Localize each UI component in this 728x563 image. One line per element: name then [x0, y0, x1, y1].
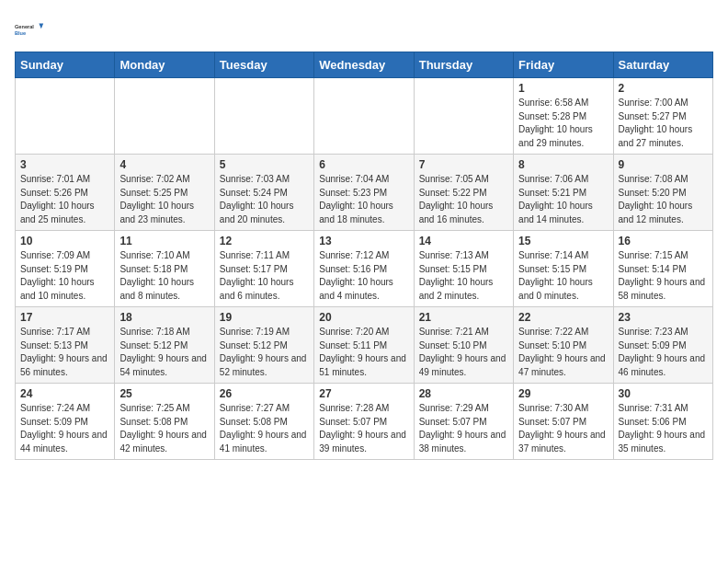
day-info: Sunrise: 7:09 AMSunset: 5:19 PMDaylight:…	[20, 249, 109, 303]
day-info: Sunrise: 7:22 AMSunset: 5:10 PMDaylight:…	[518, 326, 608, 379]
day-cell: 29Sunrise: 7:30 AMSunset: 5:07 PMDayligh…	[514, 384, 613, 460]
day-number: 4	[119, 158, 209, 171]
day-info: Sunrise: 7:13 AMSunset: 5:15 PMDaylight:…	[419, 249, 508, 303]
day-number: 12	[220, 235, 309, 247]
week-row-4: 17Sunrise: 7:17 AMSunset: 5:13 PMDayligh…	[16, 307, 713, 384]
day-number: 13	[319, 235, 408, 247]
day-cell: 28Sunrise: 7:29 AMSunset: 5:07 PMDayligh…	[414, 384, 513, 460]
day-cell: 19Sunrise: 7:19 AMSunset: 5:12 PMDayligh…	[214, 307, 313, 384]
day-cell: 16Sunrise: 7:15 AMSunset: 5:14 PMDayligh…	[613, 231, 712, 307]
day-cell: 5Sunrise: 7:03 AMSunset: 5:24 PMDaylight…	[214, 155, 313, 231]
day-info: Sunrise: 7:20 AMSunset: 5:11 PMDaylight:…	[319, 326, 408, 379]
svg-text:Blue: Blue	[15, 30, 26, 36]
calendar-table: SundayMondayTuesdayWednesdayThursdayFrid…	[15, 52, 713, 460]
day-info: Sunrise: 7:04 AMSunset: 5:23 PMDaylight:…	[319, 173, 408, 226]
day-info: Sunrise: 7:19 AMSunset: 5:12 PMDaylight:…	[220, 326, 309, 379]
day-cell: 18Sunrise: 7:18 AMSunset: 5:12 PMDayligh…	[115, 307, 214, 384]
day-info: Sunrise: 7:15 AMSunset: 5:14 PMDaylight:…	[619, 249, 708, 303]
day-number: 27	[319, 387, 408, 400]
day-cell	[414, 78, 513, 155]
day-cell: 11Sunrise: 7:10 AMSunset: 5:18 PMDayligh…	[115, 231, 214, 307]
day-number: 8	[518, 158, 608, 171]
day-info: Sunrise: 7:06 AMSunset: 5:21 PMDaylight:…	[518, 173, 608, 226]
day-cell: 7Sunrise: 7:05 AMSunset: 5:22 PMDaylight…	[414, 155, 513, 231]
day-info: Sunrise: 7:29 AMSunset: 5:07 PMDaylight:…	[419, 402, 508, 455]
day-number: 28	[419, 387, 508, 400]
week-row-1: 1Sunrise: 6:58 AMSunset: 5:28 PMDaylight…	[16, 78, 713, 155]
day-number: 5	[220, 158, 309, 171]
day-number: 15	[518, 235, 608, 247]
day-info: Sunrise: 7:12 AMSunset: 5:16 PMDaylight:…	[319, 249, 408, 303]
header-cell-wednesday: Wednesday	[314, 52, 414, 78]
day-number: 18	[119, 311, 209, 324]
week-row-3: 10Sunrise: 7:09 AMSunset: 5:19 PMDayligh…	[16, 231, 713, 307]
day-cell: 9Sunrise: 7:08 AMSunset: 5:20 PMDaylight…	[613, 155, 712, 231]
day-number: 3	[20, 158, 109, 171]
svg-marker-2	[39, 24, 43, 29]
day-cell: 14Sunrise: 7:13 AMSunset: 5:15 PMDayligh…	[414, 231, 513, 307]
day-number: 2	[619, 82, 708, 95]
day-info: Sunrise: 7:31 AMSunset: 5:06 PMDaylight:…	[619, 402, 708, 455]
day-cell: 20Sunrise: 7:20 AMSunset: 5:11 PMDayligh…	[314, 307, 414, 384]
header-cell-tuesday: Tuesday	[214, 52, 313, 78]
day-cell: 27Sunrise: 7:28 AMSunset: 5:07 PMDayligh…	[314, 384, 414, 460]
header-cell-saturday: Saturday	[613, 52, 712, 78]
day-number: 6	[319, 158, 408, 171]
day-cell: 15Sunrise: 7:14 AMSunset: 5:15 PMDayligh…	[514, 231, 613, 307]
day-cell: 12Sunrise: 7:11 AMSunset: 5:17 PMDayligh…	[214, 231, 313, 307]
header-row: SundayMondayTuesdayWednesdayThursdayFrid…	[16, 52, 713, 78]
day-cell: 10Sunrise: 7:09 AMSunset: 5:19 PMDayligh…	[16, 231, 115, 307]
day-number: 14	[419, 235, 508, 247]
day-info: Sunrise: 7:28 AMSunset: 5:07 PMDaylight:…	[319, 402, 408, 455]
logo: GeneralBlue	[15, 15, 44, 44]
day-info: Sunrise: 7:00 AMSunset: 5:27 PMDaylight:…	[619, 97, 708, 150]
day-info: Sunrise: 7:18 AMSunset: 5:12 PMDaylight:…	[119, 326, 209, 379]
svg-text:General: General	[15, 24, 34, 29]
day-number: 23	[619, 311, 708, 324]
day-info: Sunrise: 7:05 AMSunset: 5:22 PMDaylight:…	[419, 173, 508, 226]
day-info: Sunrise: 7:17 AMSunset: 5:13 PMDaylight:…	[20, 326, 109, 379]
day-info: Sunrise: 7:02 AMSunset: 5:25 PMDaylight:…	[119, 173, 209, 226]
day-info: Sunrise: 7:14 AMSunset: 5:15 PMDaylight:…	[518, 249, 608, 303]
day-info: Sunrise: 7:01 AMSunset: 5:26 PMDaylight:…	[20, 173, 109, 226]
day-number: 9	[619, 158, 708, 171]
day-number: 21	[419, 311, 508, 324]
day-number: 16	[619, 235, 708, 247]
week-row-2: 3Sunrise: 7:01 AMSunset: 5:26 PMDaylight…	[16, 155, 713, 231]
day-info: Sunrise: 7:11 AMSunset: 5:17 PMDaylight:…	[220, 249, 309, 303]
day-cell: 26Sunrise: 7:27 AMSunset: 5:08 PMDayligh…	[214, 384, 313, 460]
calendar-header: SundayMondayTuesdayWednesdayThursdayFrid…	[16, 52, 713, 78]
day-cell: 4Sunrise: 7:02 AMSunset: 5:25 PMDaylight…	[115, 155, 214, 231]
day-number: 17	[20, 311, 109, 324]
day-info: Sunrise: 7:03 AMSunset: 5:24 PMDaylight:…	[220, 173, 309, 226]
day-number: 29	[518, 387, 608, 400]
day-number: 19	[220, 311, 309, 324]
day-cell: 1Sunrise: 6:58 AMSunset: 5:28 PMDaylight…	[514, 78, 613, 155]
day-cell: 2Sunrise: 7:00 AMSunset: 5:27 PMDaylight…	[613, 78, 712, 155]
day-info: Sunrise: 6:58 AMSunset: 5:28 PMDaylight:…	[518, 97, 608, 150]
day-info: Sunrise: 7:21 AMSunset: 5:10 PMDaylight:…	[419, 326, 508, 379]
day-cell	[115, 78, 214, 155]
header-cell-friday: Friday	[514, 52, 613, 78]
day-cell: 13Sunrise: 7:12 AMSunset: 5:16 PMDayligh…	[314, 231, 414, 307]
day-info: Sunrise: 7:30 AMSunset: 5:07 PMDaylight:…	[518, 402, 608, 455]
day-cell: 22Sunrise: 7:22 AMSunset: 5:10 PMDayligh…	[514, 307, 613, 384]
day-number: 22	[518, 311, 608, 324]
day-number: 1	[518, 82, 608, 95]
header-cell-thursday: Thursday	[414, 52, 513, 78]
day-number: 10	[20, 235, 109, 247]
day-cell: 24Sunrise: 7:24 AMSunset: 5:09 PMDayligh…	[16, 384, 115, 460]
day-cell: 17Sunrise: 7:17 AMSunset: 5:13 PMDayligh…	[16, 307, 115, 384]
day-cell: 23Sunrise: 7:23 AMSunset: 5:09 PMDayligh…	[613, 307, 712, 384]
day-info: Sunrise: 7:10 AMSunset: 5:18 PMDaylight:…	[119, 249, 209, 303]
day-number: 26	[220, 387, 309, 400]
day-info: Sunrise: 7:27 AMSunset: 5:08 PMDaylight:…	[220, 402, 309, 455]
week-row-5: 24Sunrise: 7:24 AMSunset: 5:09 PMDayligh…	[16, 384, 713, 460]
calendar-body: 1Sunrise: 6:58 AMSunset: 5:28 PMDaylight…	[16, 78, 713, 460]
header-cell-monday: Monday	[115, 52, 214, 78]
header-cell-sunday: Sunday	[16, 52, 115, 78]
logo-icon: GeneralBlue	[15, 15, 44, 44]
day-number: 11	[119, 235, 209, 247]
day-cell	[314, 78, 414, 155]
day-cell	[214, 78, 313, 155]
